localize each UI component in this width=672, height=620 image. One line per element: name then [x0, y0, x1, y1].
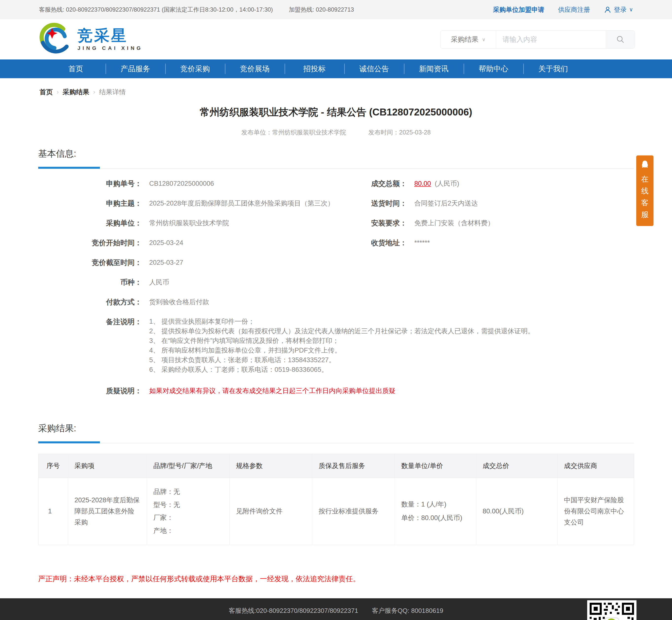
- field-purchaser: 采购单位： 常州纺织服装职业技术学院: [38, 218, 357, 238]
- field-label: 安装要求：: [357, 218, 407, 228]
- field-label: 币种：: [38, 277, 142, 287]
- remark-line: 5、 项目技术负责联系人：张老师；联系电话：13584335227。: [149, 355, 634, 365]
- user-icon: [604, 6, 611, 13]
- qty-line: 数量：1 (人/年): [401, 498, 469, 511]
- field-install-req: 安装要求： 免费上门安装（含材料费）: [357, 218, 634, 238]
- field-label: 付款方式：: [38, 297, 142, 307]
- field-value: CB128072025000006: [149, 178, 357, 189]
- field-value: 2025-03-27: [149, 258, 357, 267]
- field-label: 备注说明：: [38, 317, 142, 327]
- search-button[interactable]: [606, 31, 635, 48]
- brand-lines: 品牌：无 型号：无 厂家： 产地：: [153, 485, 223, 537]
- fields-left-column: 申购单号： CB128072025000006 申购主题： 2025-2028年…: [38, 178, 357, 317]
- breadcrumb-results[interactable]: 采购结果: [63, 88, 89, 97]
- field-value: 80.00 (人民币): [414, 178, 634, 189]
- fields-right-column: 成交总额： 80.00 (人民币) 送货时间： 合同签订后2天内送达 安装要求：…: [357, 178, 634, 258]
- breadcrumb-home[interactable]: 首页: [40, 88, 53, 97]
- online-service-widget[interactable]: 在线客服: [636, 155, 654, 226]
- search-category-dropdown[interactable]: 采购结果 ∨: [440, 31, 496, 48]
- service-hotline-text: 客服热线: 020-80922370/80922307/80922371 (国家…: [39, 6, 273, 13]
- basic-info-fields: 申购单号： CB128072025000006 申购主题： 2025-2028年…: [38, 178, 634, 401]
- brand-line: 产地：: [153, 524, 223, 537]
- field-value: ******: [414, 238, 634, 248]
- nav-item-bidding-purchase[interactable]: 竞价采购: [165, 59, 225, 78]
- col-header-warranty: 质保及售后服务: [312, 454, 395, 478]
- qty-line: 单价：80.00(人民币): [401, 511, 469, 525]
- field-value: 2025-2028年度后勤保障部员工团体意外险采购项目（第三次）: [149, 198, 357, 208]
- nav-item-news[interactable]: 新闻资讯: [404, 59, 464, 78]
- nav-item-about-us[interactable]: 关于我们: [523, 59, 583, 78]
- section-rule: [38, 441, 634, 443]
- footer: 客服热线:020-80922370/80922307/80922371 客户服务…: [0, 598, 672, 620]
- nav-item-bidding-hall[interactable]: 竞价展场: [225, 59, 285, 78]
- col-header-brand: 品牌/型号/厂家/产地: [147, 454, 230, 478]
- breadcrumb-separator-icon: ›: [93, 89, 95, 96]
- field-label: 质疑说明：: [38, 386, 142, 396]
- field-dispute-note: 质疑说明： 如果对成交结果有异议，请在发布成交结果之日起三个工作日内向采购单位提…: [38, 386, 634, 401]
- page: 客服热线: 020-80922370/80922307/80922371 (国家…: [0, 0, 672, 620]
- join-hotline-text: 加盟热线: 020-80922713: [289, 6, 354, 13]
- logo-text: 竞采星 JING CAI XING: [77, 28, 143, 51]
- chevron-down-icon: ∨: [482, 37, 486, 42]
- field-bid-start: 竞价开始时间： 2025-03-24: [38, 238, 357, 258]
- field-label: 申购主题：: [38, 198, 142, 208]
- col-header-spec: 规格参数: [230, 454, 312, 478]
- footer-qq: 客户服务QQ: 800180619: [372, 607, 443, 615]
- total-amount-link[interactable]: 80.00: [414, 180, 431, 187]
- search-input[interactable]: [496, 31, 606, 48]
- nav-item-tenders[interactable]: 招投标: [285, 59, 344, 78]
- nav-item-integrity-notices[interactable]: 诚信公告: [344, 59, 404, 78]
- cell-spec: 见附件询价文件: [230, 478, 312, 545]
- field-currency: 币种： 人民币: [38, 277, 357, 297]
- remark-line: 1、 提供营业执照副本复印件一份；: [149, 317, 634, 326]
- field-remarks: 备注说明： 1、 提供营业执照副本复印件一份； 2、 提供投标单位为投标代表（如…: [38, 317, 634, 374]
- supplier-register-link[interactable]: 供应商注册: [558, 5, 590, 14]
- field-label: 采购单位：: [38, 218, 142, 228]
- main-nav: 首页 产品服务 竞价采购 竞价展场 招投标 诚信公告 新闻资讯 帮助中心 关于我…: [0, 59, 672, 78]
- brand-line: 品牌：无: [153, 485, 223, 498]
- breadcrumb: 首页 › 采购结果 › 结果详情: [0, 78, 672, 98]
- cell-no: 1: [39, 478, 68, 545]
- site-header: 竞采星 JING CAI XING 采购结果 ∨: [0, 19, 672, 59]
- magnifier-icon: [616, 35, 625, 44]
- topbar-links: 采购单位加盟申请 供应商注册 登录 ∨: [493, 5, 633, 14]
- publish-unit: 发布单位：常州纺织服装职业技术学院: [241, 128, 346, 137]
- cell-brand: 品牌：无 型号：无 厂家： 产地：: [147, 478, 230, 545]
- field-label: 送货时间：: [357, 198, 407, 208]
- field-value: 免费上门安装（含材料费）: [414, 218, 634, 228]
- login-link[interactable]: 登录 ∨: [604, 5, 633, 14]
- purchaser-join-link[interactable]: 采购单位加盟申请: [493, 5, 544, 14]
- basic-info-section-title: 基本信息:: [38, 148, 634, 160]
- search-bar: 采购结果 ∨: [440, 30, 635, 49]
- logo[interactable]: 竞采星 JING CAI XING: [37, 21, 143, 58]
- field-order-no: 申购单号： CB128072025000006: [38, 178, 357, 198]
- section-rule: [38, 166, 634, 169]
- col-header-item: 采购项: [68, 454, 147, 478]
- table-row: 1 2025-2028年度后勤保障部员工团体意外险采购 品牌：无 型号：无 厂家…: [39, 478, 634, 545]
- brand-line: 型号：无: [153, 498, 223, 511]
- cell-item: 2025-2028年度后勤保障部员工团体意外险采购: [68, 478, 147, 545]
- field-label: 申购单号：: [38, 178, 142, 189]
- field-value: 2025-03-24: [149, 238, 357, 248]
- qr-code-image: [590, 603, 634, 620]
- field-value: 人民币: [149, 277, 357, 287]
- nav-item-home[interactable]: 首页: [46, 59, 106, 78]
- cell-warranty: 按行业标准提供服务: [312, 478, 395, 545]
- remark-line: 3、 在“响应文件附件”内填写响应情况及报价，将材料全部打印；: [149, 336, 634, 346]
- table-header-row: 序号 采购项 品牌/型号/厂家/产地 规格参数 质保及售后服务 数量单位/单价 …: [39, 454, 634, 478]
- section-rule-accent: [38, 167, 100, 169]
- logo-name-en: JING CAI XING: [77, 45, 143, 51]
- nav-item-help-center[interactable]: 帮助中心: [464, 59, 523, 78]
- chevron-down-icon: ∨: [629, 6, 633, 13]
- nav-item-products[interactable]: 产品服务: [106, 59, 165, 78]
- result-table: 序号 采购项 品牌/型号/厂家/产地 规格参数 质保及售后服务 数量单位/单价 …: [38, 454, 634, 545]
- breadcrumb-separator-icon: ›: [57, 89, 59, 96]
- dispute-note-text: 如果对成交结果有异议，请在发布成交结果之日起三个工作日内向采购单位提出质疑: [149, 386, 396, 396]
- field-subject: 申购主题： 2025-2028年度后勤保障部员工团体意外险采购项目（第三次）: [38, 198, 357, 218]
- field-value: 货到验收合格后付款: [149, 297, 357, 307]
- online-service-label: 在线客服: [641, 173, 649, 220]
- field-label: 竞价截至时间：: [38, 258, 142, 267]
- field-bid-end: 竞价截至时间： 2025-03-27: [38, 258, 357, 277]
- breadcrumb-current: 结果详情: [99, 88, 126, 97]
- section-rule-accent: [38, 442, 100, 443]
